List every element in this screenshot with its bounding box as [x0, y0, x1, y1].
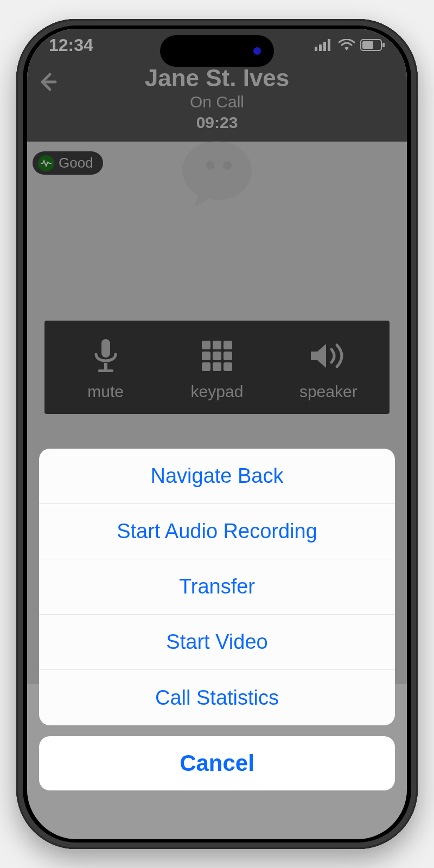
dynamic-island	[160, 35, 274, 67]
sheet-call-statistics[interactable]: Call Statistics	[39, 670, 395, 725]
sheet-transfer[interactable]: Transfer	[39, 559, 395, 615]
action-sheet-options: Navigate Back Start Audio Recording Tran…	[39, 449, 395, 725]
sheet-navigate-back[interactable]: Navigate Back	[39, 449, 395, 504]
sheet-start-video[interactable]: Start Video	[39, 615, 395, 670]
phone-frame: 12:34	[16, 19, 418, 849]
sheet-start-audio-recording[interactable]: Start Audio Recording	[39, 504, 395, 559]
action-sheet: Navigate Back Start Audio Recording Tran…	[39, 449, 395, 790]
cancel-button[interactable]: Cancel	[39, 736, 395, 790]
screen: 12:34	[27, 29, 407, 839]
